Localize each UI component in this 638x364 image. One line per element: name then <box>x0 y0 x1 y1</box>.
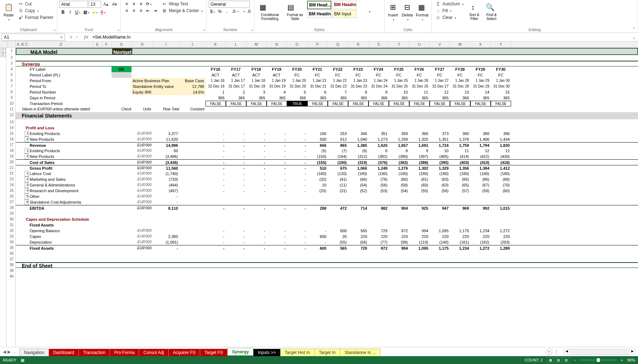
row-header-14[interactable]: 14 <box>8 125 15 131</box>
col-header-F[interactable]: F <box>102 41 112 48</box>
col-header-I[interactable]: I <box>153 41 179 48</box>
grid-row[interactable] <box>16 119 638 125</box>
sheet-tab-acquirer-fs[interactable]: Acquirer FS <box>168 349 200 356</box>
row-header-40[interactable]: 40 <box>8 274 15 279</box>
autosum-button[interactable]: ΣAutoSum <box>434 1 465 7</box>
col-header-O[interactable]: O <box>287 41 307 48</box>
grid-row[interactable] <box>16 251 638 256</box>
sheet-tab-standalone-in-[interactable]: Standalone In ... <box>340 349 380 356</box>
expand-formula-bar[interactable]: ⌄ <box>630 35 638 40</box>
row-header-10[interactable]: 10 <box>8 101 15 106</box>
percent-button[interactable]: % <box>216 8 223 15</box>
align-middle[interactable]: ≡ <box>130 1 137 7</box>
grid[interactable]: 1 2 123456789101112131415161718192021222… <box>0 41 638 347</box>
grid-row[interactable]: RevenueEUR'00014,996-----6668651,3851,62… <box>16 142 638 148</box>
grid-row[interactable]: Period Label (PL)ACTACTACTACTFCFCFCFCFCF… <box>16 72 638 78</box>
grid-row[interactable]: Gross ProfitEUR'00011,560-----5106751,06… <box>16 165 638 171</box>
grid-row[interactable]: Transaction PeriodFALSEFALSEFALSEFALSETR… <box>16 101 638 106</box>
col-header-U[interactable]: U <box>409 41 430 48</box>
row-header-21[interactable]: 21 <box>8 165 15 171</box>
grid-row[interactable]: Days in Period36636536536536636536536536… <box>16 95 638 101</box>
grid-row[interactable]: 1Existing ProductsEUR'0003,377-----16625… <box>16 131 638 136</box>
row-header-27[interactable]: 27 <box>8 199 15 205</box>
col-header-B[interactable]: B <box>21 41 25 48</box>
grid-row[interactable] <box>16 55 638 61</box>
grid-row[interactable] <box>16 256 638 262</box>
sheet-tab-synergy[interactable]: Synergy <box>227 348 253 356</box>
name-box[interactable]: A1▾ <box>1 34 65 41</box>
alignment-launcher[interactable]: ↘ <box>203 28 206 32</box>
underline-button[interactable]: U <box>74 9 82 15</box>
style-bm-head[interactable]: BM Head... <box>307 1 332 9</box>
row-header-8[interactable]: 8 <box>8 89 15 95</box>
row-header-33[interactable]: 33 <box>8 234 15 239</box>
format-button[interactable]: ▦Format <box>415 1 429 22</box>
merge-center-button[interactable]: ⊞Merge & Center <box>160 8 204 14</box>
italic-button[interactable]: I <box>66 9 74 15</box>
style-bm-heading[interactable]: BM Headin... <box>332 1 357 9</box>
sheet-tab-target-fs[interactable]: Target FS <box>200 349 228 356</box>
sheet-tabs[interactable]: NavigationDashboardTransactionPro FormaC… <box>19 347 544 356</box>
grid-row[interactable]: Opening BalanceEUR'000------600565729872… <box>16 228 638 234</box>
row-header-32[interactable]: 32 <box>8 228 15 234</box>
grid-row[interactable]: 2New ProductsEUR'000(3,486)-----(150)(18… <box>16 154 638 159</box>
col-header-T[interactable]: T <box>389 41 409 48</box>
sheet-tab-inputs-[interactable]: Inputs >> <box>253 349 280 356</box>
fill-color-button[interactable]: ▰ <box>91 9 99 15</box>
row-header-16[interactable]: 16 <box>8 136 15 142</box>
horizontal-scrollbar[interactable]: ◀ ▶ <box>564 349 635 355</box>
col-header-Q[interactable]: Q <box>328 41 348 48</box>
zoom-value[interactable]: 90% <box>627 358 635 362</box>
col-header-J[interactable]: J <box>179 41 206 48</box>
grid-row[interactable]: Values in EUR'000 unless otherwise state… <box>16 106 638 112</box>
grid-row[interactable]: Fixed AssetsEUR'000------600565729872994… <box>16 245 638 251</box>
comma-button[interactable]: , <box>223 8 231 15</box>
sheet-tab-consol-adj[interactable]: Consol Adj <box>139 349 168 356</box>
align-top[interactable]: ≡ <box>123 1 130 7</box>
row-header-6[interactable]: 6 <box>8 78 15 84</box>
sort-filter-button[interactable]: ↕Sort & Filter <box>466 1 482 21</box>
indent-inc[interactable]: ⇥ <box>152 8 159 14</box>
col-header-K[interactable]: K <box>206 41 226 48</box>
insert-button[interactable]: ⊞Insert <box>387 1 400 22</box>
clipboard-launcher[interactable]: ↘ <box>53 28 56 32</box>
row-header-18[interactable]: 18 <box>8 148 15 154</box>
new-sheet-button[interactable]: + <box>546 349 552 355</box>
grid-row[interactable] <box>16 211 638 216</box>
grid-row[interactable]: DepreciationEUR'000(1,091)------(55)(56)… <box>16 239 638 245</box>
tab-menu[interactable]: … <box>12 349 16 354</box>
sheet-tab-target-in[interactable]: Target In <box>314 349 340 356</box>
grid-row[interactable]: 3General & AdministrationsEUR'000(494)--… <box>16 182 638 188</box>
fx-icon[interactable]: ƒx <box>81 35 90 40</box>
col-header-S[interactable]: S <box>369 41 389 48</box>
outline-level-2[interactable]: 2 <box>1 53 6 57</box>
conditional-formatting[interactable]: ▦Conditional Formatting <box>257 1 283 21</box>
sheet-tab-pro-forma[interactable]: Pro Forma <box>110 349 139 356</box>
row-header-1[interactable]: 1 <box>8 48 15 55</box>
col-header-W[interactable]: W <box>450 41 470 48</box>
row-header-36[interactable]: 36 <box>8 251 15 256</box>
col-header-N[interactable]: N <box>267 41 287 48</box>
zoom-in[interactable]: + <box>621 358 623 362</box>
col-header-L[interactable]: L <box>226 41 246 48</box>
grid-row[interactable]: EBITDAEUR'0008,110-----28847271488290492… <box>16 205 638 211</box>
grid-row[interactable]: Period FromActive Business PlanBase Case… <box>16 78 638 84</box>
sheet-tab-navigation[interactable]: Navigation <box>19 349 49 356</box>
tab-next[interactable]: ▶ <box>8 349 11 354</box>
col-header-D[interactable]: D <box>29 41 94 48</box>
col-header-P[interactable]: P <box>307 41 328 48</box>
cell-styles-gallery[interactable]: BM Head... BM Headin... BM Heading 3 BM … <box>307 1 382 18</box>
fill-button[interactable]: ↓Fill <box>434 8 465 14</box>
number-format[interactable] <box>209 1 250 8</box>
macros-icon[interactable]: ▦ <box>21 358 24 363</box>
row-header-11[interactable]: 11 <box>8 106 15 112</box>
sheet-tab-dashboard[interactable]: Dashboard <box>49 349 79 356</box>
formula-input[interactable] <box>90 35 630 40</box>
align-bottom[interactable]: ≡ <box>137 1 144 7</box>
bold-button[interactable]: B <box>59 9 66 15</box>
delete-button[interactable]: ⊟Delete <box>401 1 414 22</box>
col-header-C[interactable]: C <box>25 41 29 48</box>
zoom-slider[interactable] <box>581 359 617 361</box>
font-color-button[interactable]: A̲ <box>99 9 107 15</box>
row-header-19[interactable]: 19 <box>8 154 15 159</box>
